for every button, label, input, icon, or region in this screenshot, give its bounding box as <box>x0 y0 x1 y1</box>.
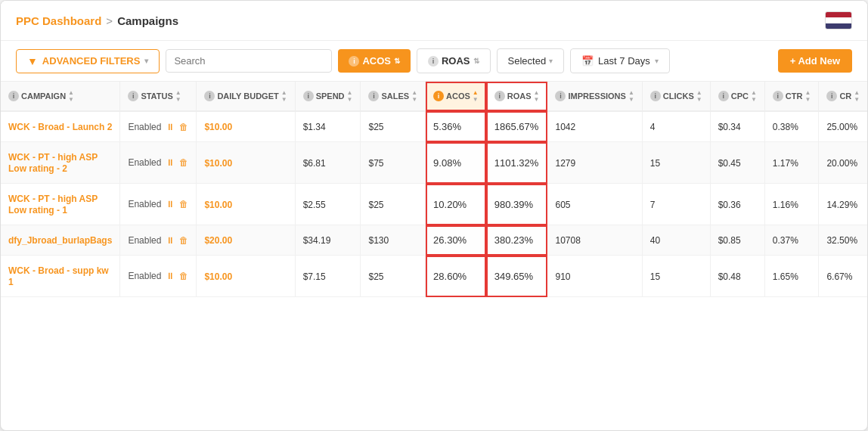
roas-label: ROAS <box>442 55 470 67</box>
delete-icon[interactable]: 🗑 <box>179 235 188 246</box>
impressions-sort[interactable]: ▲▼ <box>628 89 634 103</box>
acos-sort[interactable]: ▲▼ <box>473 89 479 103</box>
th-spend: i SPEND ▲▼ <box>295 82 361 111</box>
cpc-sort[interactable]: ▲▼ <box>751 89 757 103</box>
selected-label: Selected <box>508 55 547 67</box>
cell-daily_budget: $20.00 <box>197 225 295 256</box>
th-status: i STATUS ▲▼ <box>120 82 197 111</box>
cell-roas: 980.39% <box>486 184 547 225</box>
th-roas: i ROAS ▲▼ <box>486 82 547 111</box>
pause-icon[interactable]: ⏸ <box>166 122 175 132</box>
status-sort[interactable]: ▲▼ <box>175 89 181 103</box>
delete-icon[interactable]: 🗑 <box>179 271 188 281</box>
cell-roas: 349.65% <box>486 256 547 297</box>
cell-sales: $25 <box>361 184 426 225</box>
table-row: WCK - PT - high ASP Low rating - 1 Enabl… <box>1 184 867 225</box>
chevron-down-icon: ▾ <box>144 57 148 65</box>
th-cpc: i CPC ▲▼ <box>710 82 764 111</box>
cell-roas: 1101.32% <box>486 142 547 184</box>
cell-spend: $34.19 <box>295 225 361 256</box>
cell-roas: 1865.67% <box>486 111 547 142</box>
breadcrumb-ppc[interactable]: PPC Dashboard <box>16 14 101 27</box>
ctr-sort[interactable]: ▲▼ <box>804 89 811 103</box>
pause-icon[interactable]: ⏸ <box>166 235 175 246</box>
cell-campaign[interactable]: WCK - Broad - supp kw 1 <box>1 256 120 297</box>
cell-ctr: 1.65% <box>764 256 819 297</box>
roas-sort[interactable]: ▲▼ <box>534 89 540 103</box>
cell-daily_budget: $10.00 <box>197 142 295 184</box>
cell-daily_budget: $10.00 <box>197 111 295 142</box>
cell-spend: $7.15 <box>295 256 361 297</box>
cell-sales: $25 <box>361 111 426 142</box>
th-campaign: i CAMPAIGN ▲▼ <box>1 82 120 111</box>
cell-clicks: 7 <box>642 184 710 225</box>
date-range-label: Last 7 Days <box>598 55 650 67</box>
table-row: WCK - PT - high ASP Low rating - 2 Enabl… <box>1 142 867 184</box>
advanced-filters-button[interactable]: ▼ ADVANCED FILTERS ▾ <box>16 49 160 73</box>
budget-sort[interactable]: ▲▼ <box>281 89 287 103</box>
cell-roas: 380.23% <box>486 225 547 256</box>
cell-daily_budget: $10.00 <box>197 184 295 225</box>
status-info-icon: i <box>128 91 138 101</box>
roas-sort-icon: ⇅ <box>473 57 479 65</box>
add-new-button[interactable]: + Add New <box>778 49 852 73</box>
selected-chevron-icon: ▾ <box>549 57 553 65</box>
cell-status: Enabled ⏸ 🗑 <box>120 111 197 142</box>
cell-cr: 20.00% <box>819 142 867 184</box>
country-flag[interactable] <box>825 11 852 29</box>
cell-cpc: $0.34 <box>710 111 764 142</box>
delete-icon[interactable]: 🗑 <box>179 157 188 168</box>
acos-sort-icon: ⇅ <box>394 57 400 65</box>
cell-impressions: 10708 <box>547 225 642 256</box>
roas-button[interactable]: i ROAS ⇅ <box>417 48 491 73</box>
breadcrumb: PPC Dashboard > Campaigns <box>16 14 178 27</box>
cell-acos: 9.08% <box>426 142 487 184</box>
cell-clicks: 40 <box>642 225 710 256</box>
main-container: PPC Dashboard > Campaigns ▼ ADVANCED FIL… <box>0 0 868 431</box>
cell-daily_budget: $10.00 <box>197 256 295 297</box>
status-enabled: Enabled ⏸ 🗑 <box>128 271 188 281</box>
cell-cr: 6.67% <box>819 256 867 297</box>
search-box[interactable] <box>166 49 332 73</box>
impressions-info-icon: i <box>555 91 566 101</box>
campaign-sort[interactable]: ▲▼ <box>68 89 74 103</box>
selected-button[interactable]: Selected ▾ <box>497 48 565 73</box>
cell-acos: 5.36% <box>426 111 487 142</box>
cell-campaign[interactable]: WCK - Broad - Launch 2 <box>1 111 120 142</box>
spend-info-icon: i <box>303 91 314 101</box>
sales-sort[interactable]: ▲▼ <box>411 89 417 103</box>
delete-icon[interactable]: 🗑 <box>179 199 188 209</box>
add-new-label: + Add New <box>790 55 840 67</box>
cell-ctr: 1.16% <box>764 184 819 225</box>
campaign-info-icon: i <box>8 91 19 101</box>
pause-icon[interactable]: ⏸ <box>166 271 175 281</box>
clicks-sort[interactable]: ▲▼ <box>696 89 702 103</box>
cell-acos: 28.60% <box>426 256 487 297</box>
cell-campaign[interactable]: WCK - PT - high ASP Low rating - 2 <box>1 142 120 184</box>
cell-impressions: 1279 <box>547 142 642 184</box>
th-ctr: i CTR ▲▼ <box>764 82 819 111</box>
cell-status: Enabled ⏸ 🗑 <box>120 184 197 225</box>
cr-sort[interactable]: ▲▼ <box>854 89 860 103</box>
date-chevron-icon: ▾ <box>655 57 659 65</box>
pause-icon[interactable]: ⏸ <box>166 199 175 209</box>
cell-cpc: $0.45 <box>710 142 764 184</box>
cpc-info-icon: i <box>718 91 729 101</box>
cell-sales: $25 <box>361 256 426 297</box>
delete-icon[interactable]: 🗑 <box>179 122 188 132</box>
table-row: WCK - Broad - supp kw 1 Enabled ⏸ 🗑 $10.… <box>1 256 867 297</box>
clicks-info-icon: i <box>650 91 661 101</box>
status-enabled: Enabled ⏸ 🗑 <box>128 157 188 168</box>
spend-sort[interactable]: ▲▼ <box>347 89 353 103</box>
acos-button[interactable]: i ACOS ⇅ <box>338 49 411 73</box>
pause-icon[interactable]: ⏸ <box>166 157 175 168</box>
cell-spend: $1.34 <box>295 111 361 142</box>
table-header-row: i CAMPAIGN ▲▼ i STATUS ▲▼ <box>1 82 867 111</box>
campaigns-table-wrapper: i CAMPAIGN ▲▼ i STATUS ▲▼ <box>1 82 867 297</box>
date-range-button[interactable]: 📅 Last 7 Days ▾ <box>570 48 670 73</box>
sales-info-icon: i <box>368 91 379 101</box>
search-input[interactable] <box>174 55 324 67</box>
cell-cr: 25.00% <box>819 111 867 142</box>
cell-campaign[interactable]: WCK - PT - high ASP Low rating - 1 <box>1 184 120 225</box>
cell-campaign[interactable]: dfy_Jbroad_burlapBags <box>1 225 120 256</box>
